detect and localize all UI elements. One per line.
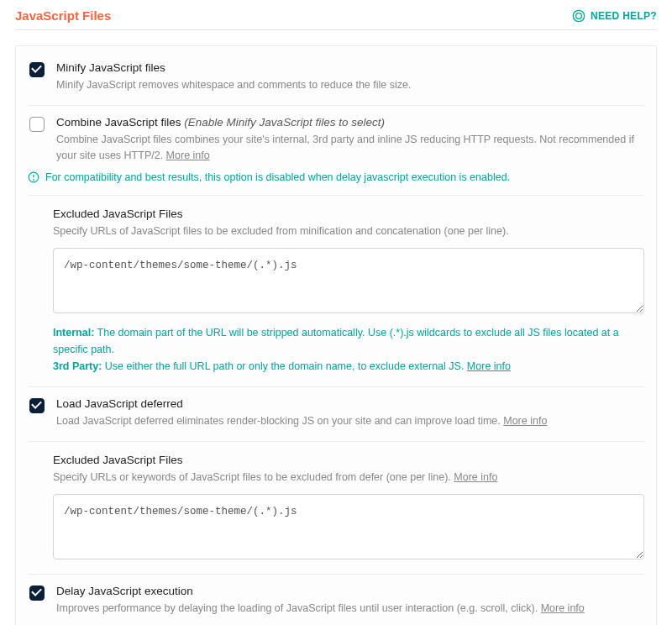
- excluded-js-textarea[interactable]: [53, 248, 644, 313]
- excluded-defer-more-info-link[interactable]: More info: [454, 471, 497, 483]
- compatibility-notice: For compatibility and best results, this…: [28, 168, 644, 196]
- delay-more-info-link[interactable]: More info: [541, 602, 585, 614]
- option-combine: Combine JavaScript files (Enable Minify …: [28, 106, 644, 176]
- svg-point-0: [573, 10, 584, 21]
- minify-title: Minify JavaScript files: [56, 61, 165, 74]
- info-icon: [28, 171, 39, 183]
- delay-title: Delay JavaScript execution: [56, 585, 193, 597]
- notice-text: For compatibility and best results, this…: [45, 171, 510, 183]
- excluded-js-minify-block: Excluded JavaScript Files Specify URLs o…: [28, 196, 644, 387]
- delay-description: Improves performance by delaying the loa…: [56, 601, 643, 617]
- defer-checkbox[interactable]: [29, 398, 45, 413]
- excluded-js-hint: Internal: The domain part of the URL wil…: [53, 324, 644, 375]
- settings-panel: Minify JavaScript files Minify JavaScrip…: [15, 45, 657, 625]
- option-defer: Load JavaScript deferred Load JavaScript…: [28, 387, 644, 442]
- delay-checkbox[interactable]: [29, 586, 45, 601]
- defer-description: Load JavaScript deferred eliminates rend…: [56, 413, 643, 429]
- need-help-label: NEED HELP?: [591, 10, 657, 22]
- combine-description: Combine JavaScript files combines your s…: [56, 132, 643, 164]
- svg-point-4: [34, 180, 34, 181]
- excluded-defer-title: Excluded JavaScript Files: [53, 454, 644, 466]
- svg-point-1: [576, 13, 582, 18]
- combine-title: Combine JavaScript files: [56, 116, 181, 129]
- excluded-js-title: Excluded JavaScript Files: [53, 207, 644, 220]
- option-minify: Minify JavaScript files Minify JavaScrip…: [28, 51, 644, 106]
- help-icon: [572, 9, 585, 23]
- option-delay: Delay JavaScript execution Improves perf…: [28, 575, 644, 626]
- excluded-hint-more-info-link[interactable]: More info: [467, 360, 511, 372]
- excluded-defer-textarea[interactable]: [53, 494, 644, 559]
- combine-disabled-note: (Enable Minify JavaScript files to selec…: [184, 116, 385, 129]
- excluded-js-desc: Specify URLs of JavaScript files to be e…: [53, 223, 644, 239]
- combine-more-info-link[interactable]: More info: [166, 150, 210, 161]
- excluded-js-defer-block: Excluded JavaScript Files Specify URLs o…: [28, 442, 644, 575]
- page-title: JavaScript Files: [15, 8, 111, 23]
- defer-title: Load JavaScript deferred: [56, 397, 183, 410]
- minify-checkbox[interactable]: [29, 62, 45, 77]
- minify-description: Minify JavaScript removes whitespace and…: [56, 77, 643, 93]
- combine-checkbox[interactable]: [29, 117, 45, 132]
- defer-more-info-link[interactable]: More info: [503, 415, 547, 427]
- need-help-link[interactable]: NEED HELP?: [572, 9, 657, 23]
- section-header: JavaScript Files NEED HELP?: [15, 8, 657, 30]
- excluded-defer-desc: Specify URLs or keywords of JavaScript f…: [53, 470, 644, 486]
